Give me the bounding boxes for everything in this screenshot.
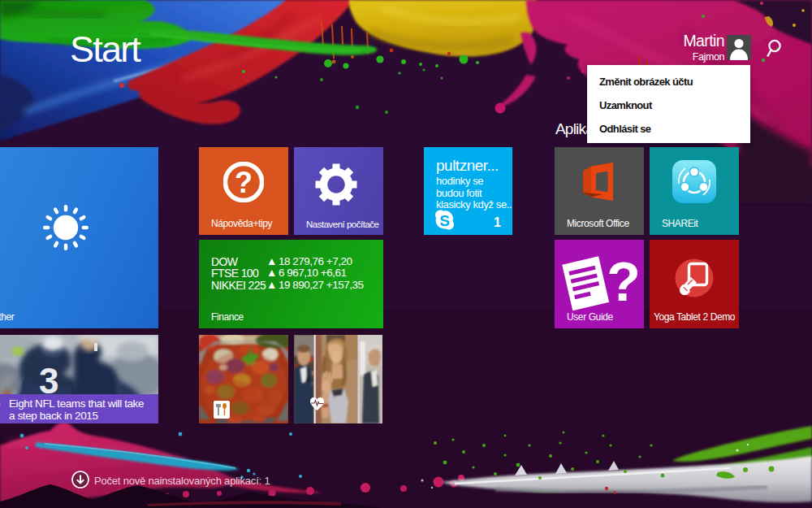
svg-text:?: ?	[235, 166, 253, 199]
svg-text:?: ?	[607, 250, 641, 312]
svg-text:S: S	[439, 212, 450, 229]
